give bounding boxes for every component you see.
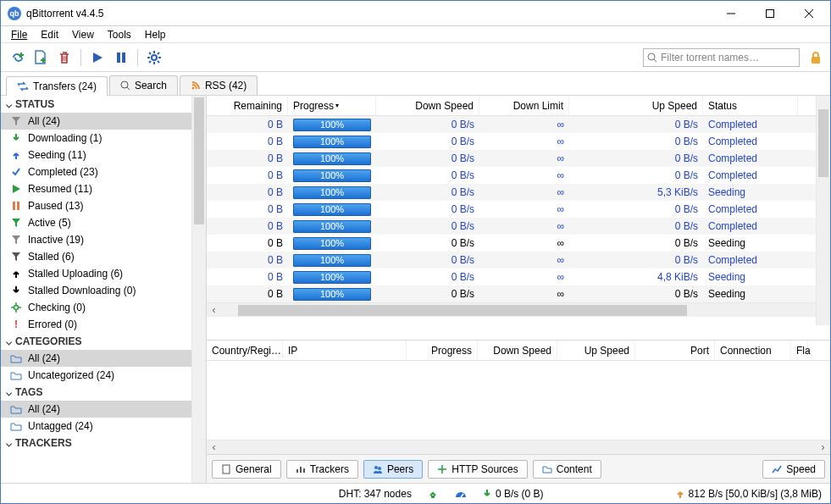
pause-button[interactable] <box>110 47 132 69</box>
speed-limit-icon[interactable] <box>454 489 468 499</box>
delete-button[interactable] <box>53 47 75 69</box>
col-ip[interactable]: IP <box>283 341 407 360</box>
col-down-speed[interactable]: Down Speed <box>376 96 479 115</box>
table-row[interactable]: 0 B100%0 B/s∞0 B/sSeeding <box>207 285 830 302</box>
filter-completed[interactable]: Completed (23) <box>1 163 191 180</box>
filter-all[interactable]: All (24) <box>1 113 191 130</box>
upload-icon <box>9 267 23 280</box>
col-remaining[interactable]: Remaining <box>207 96 288 115</box>
peers-header: Country/Regi… IP Progress Down Speed Up … <box>207 341 830 361</box>
col-country[interactable]: Country/Regi… <box>207 341 283 360</box>
menu-view[interactable]: View <box>65 27 101 42</box>
tags-header[interactable]: ⌵TAGS <box>1 384 191 401</box>
filter-downloading[interactable]: Downloading (1) <box>1 130 191 147</box>
status-header[interactable]: ⌵STATUS <box>1 96 191 113</box>
col-up-speed[interactable]: Up Speed <box>557 341 635 360</box>
tab-http-sources[interactable]: HTTP Sources <box>428 460 527 479</box>
peers-h-scrollbar[interactable]: ‹› <box>207 440 830 454</box>
table-h-scrollbar[interactable]: ‹› <box>207 302 830 317</box>
filter-stalled-downloading[interactable]: Stalled Downloading (0) <box>1 282 191 299</box>
tab-rss[interactable]: RSS (42) <box>180 75 258 95</box>
add-link-button[interactable] <box>6 47 28 69</box>
filter-seeding[interactable]: Seeding (11) <box>1 147 191 163</box>
cell-remaining: 0 B <box>207 269 288 285</box>
cell-status: Seeding <box>703 269 798 285</box>
menu-help[interactable]: Help <box>138 27 173 42</box>
app-icon: qb <box>8 7 21 20</box>
tab-general[interactable]: General <box>212 460 281 479</box>
filter-stalled-uploading[interactable]: Stalled Uploading (6) <box>1 265 191 282</box>
col-port[interactable]: Port <box>635 341 715 360</box>
svg-rect-34 <box>431 496 435 498</box>
table-row[interactable]: 0 B100%0 B/s∞0 B/sCompleted <box>207 150 830 167</box>
minimize-button[interactable] <box>712 1 751 26</box>
table-row[interactable]: 0 B100%0 B/s∞0 B/sSeeding <box>207 235 830 252</box>
sidebar-scrollbar[interactable] <box>191 96 206 483</box>
filter-errored[interactable]: !Errored (0) <box>1 316 191 333</box>
filter-active[interactable]: Active (5) <box>1 214 191 231</box>
cell-remaining: 0 B <box>207 184 288 201</box>
table-row[interactable]: 0 B100%0 B/s∞0 B/sCompleted <box>207 116 830 133</box>
upload-rate[interactable]: 812 B/s [50,0 KiB/s] (3,8 MiB) <box>676 488 822 500</box>
cell-progress: 100% <box>288 167 376 184</box>
filter-input-wrap[interactable] <box>643 48 800 67</box>
cell-status: Completed <box>703 150 798 167</box>
trackers-header[interactable]: ⌵TRACKERS <box>1 435 191 451</box>
svg-rect-22 <box>17 202 19 210</box>
tab-transfers[interactable]: Transfers (24) <box>6 76 108 96</box>
col-progress[interactable]: Progress <box>407 341 478 360</box>
close-button[interactable] <box>789 1 828 26</box>
table-row[interactable]: 0 B100%0 B/s∞0 B/sCompleted <box>207 218 830 235</box>
lock-button[interactable] <box>806 48 825 67</box>
table-row[interactable]: 0 B100%0 B/s∞0 B/sCompleted <box>207 133 830 150</box>
svg-line-14 <box>149 61 151 63</box>
filter-input[interactable] <box>657 52 795 64</box>
table-row[interactable]: 0 B100%0 B/s∞0 B/sCompleted <box>207 167 830 184</box>
col-connection[interactable]: Connection <box>715 341 791 360</box>
filter-stalled[interactable]: Stalled (6) <box>1 248 191 265</box>
connection-icon[interactable] <box>427 488 439 500</box>
tag-all[interactable]: All (24) <box>1 401 191 418</box>
table-row[interactable]: 0 B100%0 B/s∞0 B/sCompleted <box>207 252 830 269</box>
menu-edit[interactable]: Edit <box>34 27 65 42</box>
settings-button[interactable] <box>143 47 165 69</box>
filter-resumed[interactable]: Resumed (11) <box>1 180 191 197</box>
menu-tools[interactable]: Tools <box>101 27 138 42</box>
svg-rect-5 <box>122 53 125 63</box>
col-progress[interactable]: Progress▾ <box>288 96 376 115</box>
filter-checking[interactable]: Checking (0) <box>1 299 191 316</box>
cell-up-speed: 0 B/s <box>569 150 703 167</box>
upload-icon <box>9 148 23 162</box>
resume-button[interactable] <box>86 47 108 69</box>
col-status[interactable]: Status <box>703 96 798 115</box>
filter-inactive[interactable]: Inactive (19) <box>1 231 191 248</box>
cell-down-speed: 0 B/s <box>376 218 479 235</box>
tab-trackers[interactable]: Trackers <box>286 460 358 479</box>
tab-search[interactable]: Search <box>109 75 178 95</box>
col-down-speed[interactable]: Down Speed <box>478 341 557 360</box>
tab-content[interactable]: Content <box>533 460 601 479</box>
play-icon <box>9 182 23 196</box>
col-flags[interactable]: Fla <box>791 341 808 360</box>
tab-peers[interactable]: Peers <box>363 460 423 479</box>
menu-file[interactable]: File <box>4 27 34 42</box>
filter-icon <box>9 216 23 230</box>
tag-untagged[interactable]: Untagged (24) <box>1 418 191 435</box>
tab-speed[interactable]: Speed <box>762 460 825 479</box>
table-v-scrollbar[interactable] <box>816 96 830 325</box>
category-all[interactable]: All (24) <box>1 350 191 367</box>
table-row[interactable]: 0 B100%0 B/s∞0 B/sCompleted <box>207 201 830 218</box>
categories-header[interactable]: ⌵CATEGORIES <box>1 333 191 350</box>
svg-rect-17 <box>812 57 820 64</box>
error-icon: ! <box>9 318 23 331</box>
filter-paused[interactable]: Paused (13) <box>1 197 191 214</box>
add-file-button[interactable] <box>30 47 52 69</box>
download-rate[interactable]: 0 B/s (0 B) <box>483 488 544 500</box>
maximize-button[interactable] <box>751 1 789 26</box>
col-up-speed[interactable]: Up Speed <box>569 96 703 115</box>
search-icon <box>647 53 657 63</box>
table-row[interactable]: 0 B100%0 B/s∞4,8 KiB/sSeeding <box>207 269 830 285</box>
category-uncategorized[interactable]: Uncategorized (24) <box>1 367 191 384</box>
col-down-limit[interactable]: Down Limit <box>479 96 569 115</box>
table-row[interactable]: 0 B100%0 B/s∞5,3 KiB/sSeeding <box>207 184 830 201</box>
